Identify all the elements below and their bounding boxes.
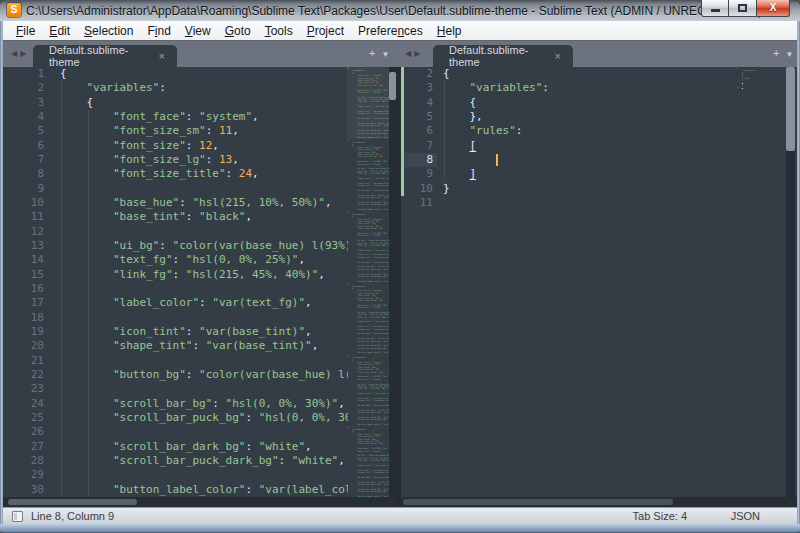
code-area-left-pane[interactable]: { "variables": { "font_face": "system", … <box>60 67 348 497</box>
line-number: 24 <box>3 397 44 411</box>
code-line: "label_color": "var(text_fg)", <box>347 249 389 251</box>
line-number: 10 <box>404 182 433 196</box>
line-number: 7 <box>404 139 433 153</box>
code-line: "button_bg": "color(var(base_hue) l(97%)… <box>347 332 389 334</box>
vertical-scrollbar-thumb[interactable] <box>786 67 795 151</box>
code-line: "font_size": 12, <box>60 139 348 153</box>
gutter-right-pane: 234567891011 <box>404 67 433 210</box>
code-line: "base_hue": "hsl(215, 10%, 50%)", <box>60 196 348 210</box>
line-number: 21 <box>3 354 44 368</box>
menu-item-goto[interactable]: Goto <box>218 22 258 40</box>
code-line: [ <box>443 139 733 153</box>
line-number: 9 <box>404 167 433 181</box>
code-line <box>443 196 733 210</box>
tab-overflow-button[interactable]: ▼ <box>381 50 389 59</box>
line-number: 3 <box>3 96 44 110</box>
code-line: "button_bg": "color(var(base_hue) l(97%)… <box>60 368 348 382</box>
new-tab-button[interactable]: + <box>773 47 779 59</box>
tab-label: Default.sublime-theme <box>449 44 533 68</box>
menu-item-file[interactable]: File <box>9 22 42 40</box>
maximize-icon <box>738 4 747 12</box>
tab-scroll-arrows-right-pane[interactable]: ◀▶ <box>405 49 423 58</box>
line-number: 3 <box>404 81 433 95</box>
tab-scroll-arrows-left-pane[interactable]: ◀▶ <box>11 49 29 58</box>
code-line: "shape_tint": "var(base_tint)", <box>60 339 348 353</box>
code-line: "font_size_title": 24, <box>347 371 389 373</box>
code-line: "font_size_title": 24, <box>347 442 389 444</box>
code-line: "font_face": "system", <box>60 110 348 124</box>
horizontal-scrollbar-thumb[interactable] <box>8 499 137 505</box>
minimap-viewport[interactable] <box>347 67 389 139</box>
code-line: "font_size_title": 24, <box>347 299 389 301</box>
menu-item-view[interactable]: View <box>178 22 218 40</box>
menu-item-find[interactable]: Find <box>140 22 177 40</box>
code-line: "variables": <box>443 81 733 95</box>
title-bar[interactable]: S C:\Users\Administrator\AppData\Roaming… <box>0 0 800 21</box>
new-tab-button[interactable]: + <box>369 47 375 59</box>
code-line: "scroll_bar_puck_bg": "hsl(0, 0%, 30%)", <box>347 268 389 270</box>
line-number: 29 <box>3 468 44 482</box>
line-number: 16 <box>3 282 44 296</box>
window-border-bottom <box>0 524 800 533</box>
menu-item-edit[interactable]: Edit <box>42 22 77 40</box>
line-number: 6 <box>404 124 433 138</box>
line-number: 4 <box>3 110 44 124</box>
code-line: "link_fg": "hsl(215, 45%, 40%)", <box>347 172 389 174</box>
code-line <box>443 153 733 167</box>
tab-size-status[interactable]: Tab Size: 4 <box>633 510 687 522</box>
menu-item-project[interactable]: Project <box>300 22 351 40</box>
minimize-button[interactable] <box>701 0 729 17</box>
code-line: "button_label_color": "var(label_color)"… <box>60 483 348 497</box>
panel-switcher-icon[interactable] <box>12 511 23 522</box>
app-icon[interactable]: S <box>7 3 21 17</box>
vertical-scrollbar-thumb[interactable] <box>389 72 396 100</box>
tab-scroll-right-icon[interactable]: ▶ <box>20 49 29 58</box>
code-line: "font_size_title": 24, <box>347 227 389 229</box>
line-number: 8 <box>404 153 433 167</box>
window-title: C:\Users\Administrator\AppData\Roaming\S… <box>26 4 762 18</box>
line-number: 20 <box>3 339 44 353</box>
tab-default-sublime-theme-right[interactable]: Default.sublime-theme × <box>433 45 573 67</box>
code-line: "scroll_bar_puck_bg": "hsl(0, 0%, 30%)", <box>347 483 389 485</box>
line-number: 28 <box>3 454 44 468</box>
menu-item-preferences[interactable]: Preferences <box>351 22 430 40</box>
code-line: "scroll_bar_puck_dark_bg": "white", <box>347 490 389 492</box>
tab-default-sublime-theme-left[interactable]: Default.sublime-theme × <box>33 45 177 67</box>
code-line: "font_size_sm": 11, <box>60 124 348 138</box>
code-line: "icon_tint": "var(base_tint)", <box>60 325 348 339</box>
maximize-button[interactable] <box>729 0 756 17</box>
code-line: "link_fg": "hsl(215, 45%, 40%)", <box>347 387 389 389</box>
minimap-right-pane[interactable]: { "variables": { }, "rules": [ ]} <box>737 67 781 497</box>
menu-item-help[interactable]: Help <box>430 22 469 40</box>
code-line: "link_fg": "hsl(215, 45%, 40%)", <box>60 268 348 282</box>
minimize-icon <box>711 9 720 12</box>
tab-scroll-left-icon[interactable]: ◀ <box>405 49 414 58</box>
tab-scroll-left-icon[interactable]: ◀ <box>11 49 20 58</box>
code-line: "base_tint": "black", <box>60 210 348 224</box>
code-line <box>60 282 348 296</box>
tab-label: Default.sublime-theme <box>49 44 137 68</box>
code-line: "scroll_bar_puck_bg": "hsl(0, 0%, 30%)", <box>60 411 348 425</box>
horizontal-scrollbar-thumb[interactable] <box>403 499 673 505</box>
tab-overflow-button[interactable]: ▼ <box>785 50 793 59</box>
code-line: { <box>60 67 348 81</box>
line-number: 7 <box>3 153 44 167</box>
code-line <box>60 382 348 396</box>
code-area-right-pane[interactable]: { "variables": { }, "rules": [ ]} <box>443 67 733 497</box>
code-line: "button_bg": "color(var(base_hue) l(97%)… <box>347 189 389 191</box>
line-number: 9 <box>3 182 44 196</box>
menu-item-selection[interactable]: Selection <box>77 22 140 40</box>
line-number: 13 <box>3 239 44 253</box>
tab-scroll-right-icon[interactable]: ▶ <box>414 49 423 58</box>
syntax-status[interactable]: JSON <box>731 510 760 522</box>
code-line: "shape_tint": "var(base_tint)", <box>347 399 389 401</box>
close-button[interactable]: X <box>756 0 790 17</box>
tab-close-icon[interactable]: × <box>159 50 165 62</box>
menu-item-tools[interactable]: Tools <box>258 22 300 40</box>
code-line: "shape_tint": "var(base_tint)", <box>347 328 389 330</box>
tab-close-icon[interactable]: × <box>555 50 561 62</box>
line-number: 12 <box>3 225 44 239</box>
vertical-scrollbar-left-pane[interactable] <box>389 67 396 497</box>
line-number: 4 <box>404 96 433 110</box>
code-line: "shape_tint": "var(base_tint)", <box>347 256 389 258</box>
